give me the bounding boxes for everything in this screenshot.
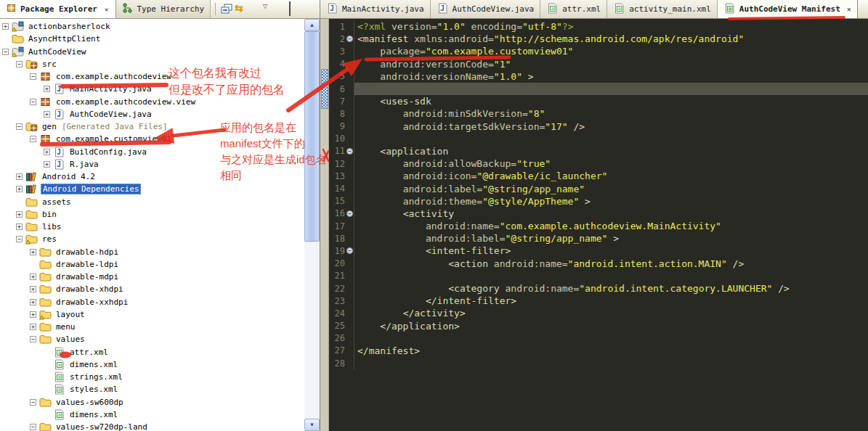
collapse-icon[interactable]: − bbox=[30, 73, 36, 80]
expand-icon[interactable]: + bbox=[44, 149, 50, 155]
tree-item-r.java[interactable]: +JR.java bbox=[0, 158, 304, 171]
expand-icon[interactable]: + bbox=[30, 324, 36, 330]
expand-icon[interactable]: + bbox=[44, 86, 50, 92]
xml-editor[interactable]: 1<?xml version="1.0" encoding="utf-8"?>2… bbox=[320, 19, 868, 431]
tree-item-layout[interactable]: +layout bbox=[0, 308, 304, 321]
expand-icon[interactable]: + bbox=[30, 249, 36, 255]
link-with-editor-icon[interactable]: ⇆ bbox=[235, 2, 243, 14]
collapse-icon[interactable]: − bbox=[30, 99, 36, 105]
view-tab-type-hierarchy[interactable]: Type Hierarchy bbox=[116, 0, 211, 18]
code-line-18[interactable]: 18 android:label="@string/app_name" > bbox=[329, 232, 868, 245]
annotation-ruler[interactable] bbox=[320, 19, 329, 431]
collapse-icon[interactable]: − bbox=[30, 136, 36, 142]
collapse-icon[interactable]: − bbox=[16, 61, 23, 67]
tree-item-libs[interactable]: +libs bbox=[0, 221, 304, 233]
expand-icon[interactable]: + bbox=[44, 161, 50, 168]
tree-item-menu[interactable]: +menu bbox=[0, 321, 304, 333]
code-line-5[interactable]: 5 android:versionName="1.0" > bbox=[329, 70, 868, 83]
expand-icon[interactable]: + bbox=[16, 223, 23, 230]
code-line-10[interactable]: 10 bbox=[329, 133, 868, 145]
tree-item-dimens.xml[interactable]: adimens.xml bbox=[0, 409, 304, 421]
editor-tab-mainactivity.java[interactable]: JMainActivity.java bbox=[320, 0, 431, 18]
scroll-down-icon[interactable]: ▼ bbox=[304, 419, 320, 431]
collapse-icon[interactable]: − bbox=[30, 399, 36, 406]
code-line-16[interactable]: 16− <activity bbox=[329, 208, 868, 220]
collapse-icon[interactable]: − bbox=[2, 49, 9, 55]
code-line-13[interactable]: 13 android:icon="@drawable/ic_launcher" bbox=[329, 170, 868, 182]
fold-collapse-icon[interactable]: − bbox=[346, 148, 353, 155]
code-line-15[interactable]: 15 android:theme="@style/AppTheme" > bbox=[329, 195, 868, 208]
collapse-icon[interactable]: − bbox=[16, 123, 23, 130]
tree-item-buildconfig.java[interactable]: +JBuildConfig.java bbox=[0, 146, 304, 158]
collapse-all-icon[interactable] bbox=[221, 4, 233, 17]
tree-item-attr.xml[interactable]: aattr.xml bbox=[0, 346, 304, 358]
tree-item-dimens.xml[interactable]: adimens.xml bbox=[0, 358, 304, 371]
expand-icon[interactable]: + bbox=[30, 299, 36, 305]
code-line-28[interactable]: 28 bbox=[329, 357, 868, 369]
tree-item-android-4.2[interactable]: +Android 4.2 bbox=[0, 171, 304, 183]
code-line-4[interactable]: 4 android:versionCode="1" bbox=[329, 58, 868, 70]
tree-item-drawable-mdpi[interactable]: +drawable-mdpi bbox=[0, 271, 304, 283]
tree-item-drawable-hdpi[interactable]: +drawable-hdpi bbox=[0, 246, 304, 258]
code-line-25[interactable]: 25 </application> bbox=[329, 320, 868, 332]
tree-item-asynchttpclient[interactable]: AsyncHttpClient bbox=[0, 33, 304, 45]
scrollbar-thumb[interactable] bbox=[304, 31, 320, 242]
tree-item-styles.xml[interactable]: astyles.xml bbox=[0, 383, 304, 395]
view-tab-package-explorer[interactable]: Package Explorer✕ bbox=[0, 0, 116, 18]
expand-icon[interactable]: + bbox=[30, 274, 36, 280]
code-line-14[interactable]: 14 android:label="@string/app_name" bbox=[329, 182, 868, 194]
code-line-11[interactable]: 11− <application bbox=[329, 145, 868, 157]
tree-item-actionbarsherlock[interactable]: +actionbarsherlock bbox=[0, 20, 304, 33]
code-line-17[interactable]: 17 android:name="com.example.authcodevie… bbox=[329, 220, 868, 232]
code-line-9[interactable]: 9 android:targetSdkVersion="17" /> bbox=[329, 120, 868, 133]
expand-icon[interactable]: + bbox=[16, 211, 23, 218]
tree-item-src[interactable]: −src bbox=[0, 58, 304, 70]
code-area[interactable]: 1<?xml version="1.0" encoding="utf-8"?>2… bbox=[329, 20, 868, 369]
code-line-21[interactable]: 21 bbox=[329, 270, 868, 282]
close-icon[interactable]: ✕ bbox=[847, 5, 851, 13]
tree-item-mainactivity.java[interactable]: +JMainActivity.java bbox=[0, 83, 304, 95]
view-menu-icon[interactable]: ▽ bbox=[263, 3, 267, 9]
scroll-up-icon[interactable]: ▲ bbox=[304, 19, 320, 31]
tree-item-strings.xml[interactable]: astrings.xml bbox=[0, 371, 304, 383]
code-line-27[interactable]: 27</manifest> bbox=[329, 345, 868, 357]
maximize-icon[interactable] bbox=[289, 3, 291, 16]
collapse-icon[interactable]: − bbox=[30, 336, 36, 342]
fold-collapse-icon[interactable]: − bbox=[346, 210, 353, 217]
editor-tab-attr.xml[interactable]: aattr.xml bbox=[540, 0, 607, 18]
expand-icon[interactable]: + bbox=[44, 111, 50, 118]
tree-item-com.example.authcodeview[interactable]: −com.example.authcodeview bbox=[0, 70, 304, 83]
code-line-20[interactable]: 20 <action android:name="android.intent.… bbox=[329, 258, 868, 270]
code-line-1[interactable]: 1<?xml version="1.0" encoding="utf-8"?> bbox=[329, 20, 868, 33]
tree-item-bin[interactable]: +bin bbox=[0, 208, 304, 221]
expand-icon[interactable]: + bbox=[16, 173, 23, 180]
code-line-12[interactable]: 12 android:allowBackup="true" bbox=[329, 157, 868, 170]
tree-item-drawable-xxhdpi[interactable]: +drawable-xxhdpi bbox=[0, 296, 304, 308]
tree-item-gen[interactable]: −gen[Generated Java Files] bbox=[0, 120, 304, 133]
tree-item-com.example.authcodeview.view[interactable]: −com.example.authcodeview.view bbox=[0, 96, 304, 108]
code-line-24[interactable]: 24 </activity> bbox=[329, 307, 868, 319]
code-line-23[interactable]: 23 </intent-filter> bbox=[329, 295, 868, 307]
tree-item-assets[interactable]: assets bbox=[0, 196, 304, 208]
tree-item-values[interactable]: −values bbox=[0, 333, 304, 345]
collapse-icon[interactable]: − bbox=[30, 424, 36, 430]
code-line-3[interactable]: 3 package="com.example.customview01" bbox=[329, 45, 868, 57]
code-line-26[interactable]: 26 bbox=[329, 332, 868, 345]
fold-collapse-icon[interactable]: − bbox=[346, 247, 353, 254]
collapse-icon[interactable]: − bbox=[16, 236, 23, 242]
tree-item-drawable-ldpi[interactable]: drawable-ldpi bbox=[0, 258, 304, 271]
code-line-19[interactable]: 19− <intent-filter> bbox=[329, 245, 868, 257]
code-line-7[interactable]: 7 <uses-sdk bbox=[329, 95, 868, 107]
close-icon[interactable]: ✕ bbox=[103, 5, 110, 14]
expand-icon[interactable]: + bbox=[30, 311, 36, 318]
tree-item-drawable-xhdpi[interactable]: +drawable-xhdpi bbox=[0, 283, 304, 295]
tree-item-android-dependencies[interactable]: +Android Dependencies bbox=[0, 183, 304, 195]
code-line-6[interactable]: 6 bbox=[329, 83, 868, 95]
tree-item-authcodeview.java[interactable]: +JAuthCodeView.java bbox=[0, 108, 304, 120]
expand-icon[interactable]: + bbox=[30, 286, 36, 292]
tree-item-authcodeview[interactable]: −AuthCodeView bbox=[0, 46, 304, 58]
tree-item-values-sw720dp-land[interactable]: −values-sw720dp-land bbox=[0, 421, 304, 431]
expand-icon[interactable]: + bbox=[2, 23, 9, 30]
tree-item-com.example.customview01[interactable]: −com.example.customview01 bbox=[0, 133, 304, 145]
tree-vertical-scrollbar[interactable]: ▲ ▼ bbox=[304, 19, 320, 431]
